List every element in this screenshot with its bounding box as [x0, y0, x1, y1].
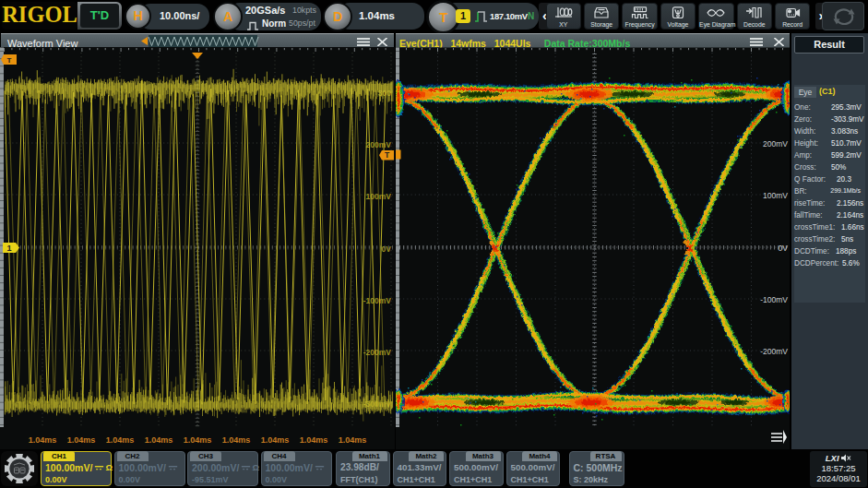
svg-text:1: 1	[6, 244, 11, 253]
svg-text:T: T	[385, 150, 390, 160]
svg-text:T: T	[7, 56, 12, 65]
